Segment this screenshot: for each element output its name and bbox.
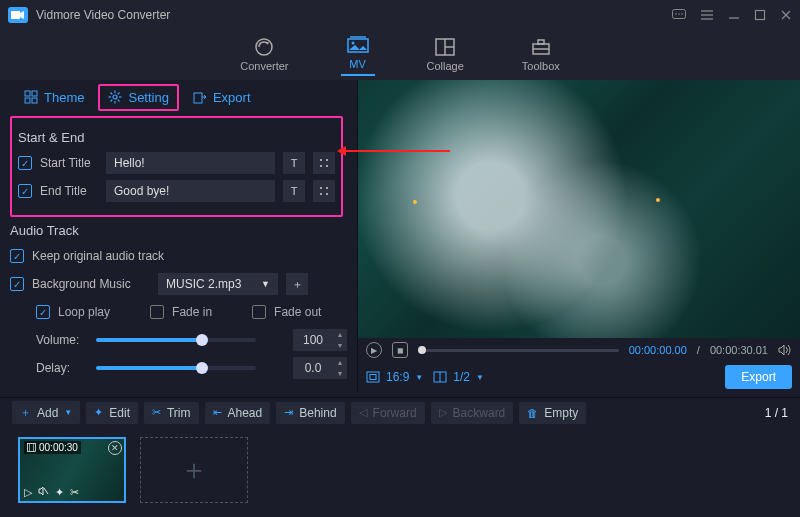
- clip-duration-badge: 00:00:30: [24, 441, 81, 454]
- svg-rect-48: [28, 444, 36, 452]
- empty-button[interactable]: 🗑Empty: [519, 402, 586, 424]
- label: Trim: [167, 406, 191, 420]
- clip-thumbnail[interactable]: 00:00:30 ✕ ▷ ✦ ✂: [18, 437, 126, 503]
- keep-audio-checkbox[interactable]: ✓: [10, 249, 24, 263]
- svg-point-39: [326, 165, 328, 167]
- film-icon: [27, 443, 36, 452]
- nav-collage[interactable]: Collage: [421, 35, 470, 76]
- label: Forward: [373, 406, 417, 420]
- svg-point-37: [326, 159, 328, 161]
- maximize-icon[interactable]: [754, 9, 766, 21]
- backward-button[interactable]: ▷Backward: [431, 402, 514, 424]
- loop-checkbox[interactable]: ✓: [36, 305, 50, 319]
- wand-icon: ✦: [94, 406, 103, 419]
- edit-button[interactable]: ✦Edit: [86, 402, 138, 424]
- step-down-icon[interactable]: ▼: [333, 368, 347, 379]
- fadeout-checkbox[interactable]: ✓: [252, 305, 266, 319]
- svg-rect-44: [367, 372, 379, 382]
- tab-label: Export: [213, 90, 251, 105]
- clip-trim-icon[interactable]: ✂: [70, 486, 79, 499]
- fadein-checkbox[interactable]: ✓: [150, 305, 164, 319]
- export-icon: [193, 90, 207, 104]
- close-icon[interactable]: [780, 9, 792, 21]
- menu-icon[interactable]: [700, 9, 714, 21]
- volume-icon[interactable]: [778, 344, 792, 356]
- svg-rect-9: [756, 11, 765, 20]
- volume-slider[interactable]: [96, 338, 256, 342]
- step-up-icon[interactable]: ▲: [333, 357, 347, 368]
- left-panel: Theme Setting Export Start & End ✓ Start…: [0, 80, 358, 392]
- tab-theme[interactable]: Theme: [14, 84, 94, 111]
- volume-stepper[interactable]: 100 ▲▼: [293, 329, 347, 351]
- start-title-checkbox[interactable]: ✓: [18, 156, 32, 170]
- svg-point-26: [113, 95, 117, 99]
- time-sep: /: [697, 344, 700, 356]
- main-nav: Converter MV Collage Toolbox: [0, 30, 800, 80]
- clip-edit-icon[interactable]: ✦: [55, 486, 64, 499]
- end-title-checkbox[interactable]: ✓: [18, 184, 32, 198]
- svg-line-34: [111, 100, 113, 102]
- tab-export[interactable]: Export: [183, 84, 261, 111]
- delay-slider[interactable]: [96, 366, 256, 370]
- svg-point-3: [678, 13, 680, 15]
- app-title: Vidmore Video Converter: [36, 8, 672, 22]
- split-value: 1/2: [453, 370, 470, 384]
- feedback-icon[interactable]: [672, 9, 686, 21]
- bgm-label: Background Music: [32, 277, 150, 291]
- minimize-icon[interactable]: [728, 9, 740, 21]
- svg-rect-13: [348, 39, 368, 52]
- export-button[interactable]: Export: [725, 365, 792, 389]
- add-clip-button[interactable]: ＋: [140, 437, 248, 503]
- step-down-icon[interactable]: ▼: [333, 340, 347, 351]
- clip-mute-icon[interactable]: [38, 486, 49, 499]
- svg-rect-35: [194, 93, 202, 103]
- bottom-toolbar: ＋Add▼ ✦Edit ✂Trim ⇤Ahead ⇥Behind ◁Forwar…: [0, 397, 800, 427]
- trash-icon: 🗑: [527, 407, 538, 419]
- chevron-down-icon: ▼: [64, 408, 72, 417]
- trim-button[interactable]: ✂Trim: [144, 402, 199, 424]
- aspect-select[interactable]: 16:9 ▼: [366, 370, 423, 384]
- text-option-button[interactable]: [313, 152, 335, 174]
- end-title-input[interactable]: [106, 180, 275, 202]
- toolbox-icon: [530, 37, 552, 57]
- split-icon: [433, 371, 447, 383]
- svg-rect-25: [32, 98, 37, 103]
- export-label: Export: [741, 370, 776, 384]
- delay-label: Delay:: [36, 361, 88, 375]
- step-up-icon[interactable]: ▲: [333, 329, 347, 340]
- marker-icon: [656, 198, 660, 202]
- nav-toolbox[interactable]: Toolbox: [516, 35, 566, 76]
- delay-value: 0.0: [293, 361, 333, 375]
- clip-play-icon[interactable]: ▷: [24, 486, 32, 499]
- time-current: 00:00:00.00: [629, 344, 687, 356]
- delay-stepper[interactable]: 0.0 ▲▼: [293, 357, 347, 379]
- timeline-slider[interactable]: [418, 349, 619, 352]
- stop-button[interactable]: ◼: [392, 342, 408, 358]
- label: Backward: [453, 406, 506, 420]
- plus-icon: ＋: [20, 405, 31, 420]
- text-style-button[interactable]: T: [283, 152, 305, 174]
- bgm-value: MUSIC 2.mp3: [166, 277, 241, 291]
- bgm-checkbox[interactable]: ✓: [10, 277, 24, 291]
- loop-label: Loop play: [58, 305, 110, 319]
- left-tabs: Theme Setting Export: [0, 80, 357, 114]
- split-select[interactable]: 1/2 ▼: [433, 370, 484, 384]
- behind-button[interactable]: ⇥Behind: [276, 402, 344, 424]
- titlebar: Vidmore Video Converter: [0, 0, 800, 30]
- add-music-button[interactable]: ＋: [286, 273, 308, 295]
- play-button[interactable]: ▶: [366, 342, 382, 358]
- bgm-select[interactable]: MUSIC 2.mp3 ▼: [158, 273, 278, 295]
- ahead-button[interactable]: ⇤Ahead: [205, 402, 271, 424]
- scissors-icon: ✂: [152, 406, 161, 419]
- add-button[interactable]: ＋Add▼: [12, 401, 80, 424]
- tab-label: Theme: [44, 90, 84, 105]
- video-preview[interactable]: [358, 80, 800, 338]
- text-option-button[interactable]: [313, 180, 335, 202]
- start-title-input[interactable]: [106, 152, 275, 174]
- remove-clip-button[interactable]: ✕: [108, 441, 122, 455]
- forward-button[interactable]: ◁Forward: [351, 402, 425, 424]
- nav-converter[interactable]: Converter: [234, 35, 294, 76]
- nav-mv[interactable]: MV: [341, 33, 375, 76]
- text-style-button[interactable]: T: [283, 180, 305, 202]
- tab-setting[interactable]: Setting: [98, 84, 178, 111]
